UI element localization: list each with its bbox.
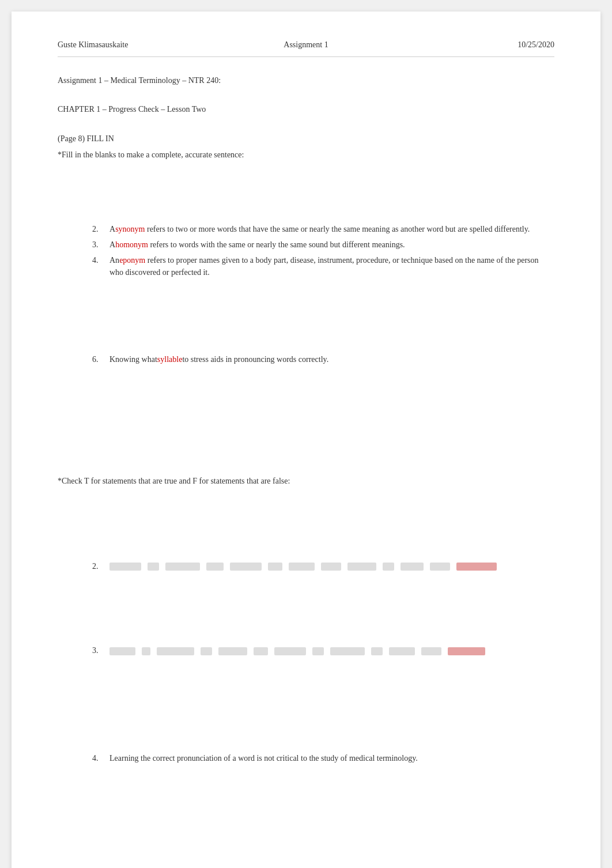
blurred-2-num: 2.	[92, 560, 109, 573]
blur-block	[289, 563, 315, 571]
blur-block	[206, 563, 224, 571]
blur-block	[201, 647, 212, 655]
item-4-num: 4.	[92, 254, 109, 278]
blur-block	[218, 647, 247, 655]
bottom-item-4-text: Learning the correct pronunciation of a …	[109, 752, 418, 764]
blurred-2-content	[109, 563, 500, 571]
item-2-num: 2.	[92, 223, 109, 235]
blur-block-red	[456, 563, 497, 571]
list-item-3: 3. Ahomonym refers to words with the sam…	[92, 239, 554, 251]
fill-in-instructions: *Fill in the blanks to make a complete, …	[58, 149, 554, 161]
item-3-num: 3.	[92, 239, 109, 251]
list-item-4: 4. Aneponym refers to proper names given…	[92, 254, 554, 278]
header-author: Guste Klimasauskaite	[58, 40, 223, 50]
fill-in-header: (Page 8) FILL IN	[58, 133, 554, 145]
item-3-text: Ahomonym refers to words with the same o…	[109, 239, 405, 251]
blur-block-red	[448, 647, 485, 655]
main-content: Assignment 1 – Medical Terminology – NTR…	[58, 74, 554, 764]
blur-block	[383, 563, 394, 571]
blur-block	[268, 563, 282, 571]
item-6-text: Knowing whatsyllableto stress aids in pr…	[109, 353, 328, 365]
item-4-text: Aneponym refers to proper names given to…	[109, 254, 554, 278]
item-2-text: Asynonym refers to two or more words tha…	[109, 223, 530, 235]
bottom-item-4-num: 4.	[92, 752, 109, 764]
blur-block	[312, 647, 324, 655]
blur-block	[142, 647, 150, 655]
assignment-title: Assignment 1 – Medical Terminology – NTR…	[58, 74, 554, 87]
blurred-3-content	[109, 647, 489, 655]
blur-block	[157, 647, 194, 655]
blurred-item-3: 3.	[92, 644, 554, 657]
blur-block	[401, 563, 424, 571]
check-instructions: *Check T for statements that are true an…	[58, 475, 554, 488]
bottom-item-4: 4. Learning the correct pronunciation of…	[92, 752, 554, 764]
blur-block	[330, 647, 365, 655]
page: Guste Klimasauskaite Assignment 1 10/25/…	[12, 12, 600, 868]
blurred-item-2: 2.	[92, 560, 554, 573]
list-item-6: 6. Knowing whatsyllableto stress aids in…	[92, 353, 554, 365]
blur-block	[165, 563, 200, 571]
blur-block	[230, 563, 262, 571]
blur-block	[148, 563, 159, 571]
blur-block	[389, 647, 415, 655]
fill-in-list-6: 6. Knowing whatsyllableto stress aids in…	[92, 353, 554, 365]
fill-in-list: 2. Asynonym refers to two or more words …	[92, 223, 554, 278]
blur-block	[254, 647, 268, 655]
header-date: 10/25/2020	[389, 40, 554, 50]
item-6-num: 6.	[92, 353, 109, 365]
blur-block	[321, 563, 341, 571]
blur-block	[109, 563, 141, 571]
header-assignment: Assignment 1	[223, 40, 388, 50]
blur-block	[421, 647, 441, 655]
bottom-list: 4. Learning the correct pronunciation of…	[92, 752, 554, 764]
page-header: Guste Klimasauskaite Assignment 1 10/25/…	[58, 40, 554, 57]
blurred-3-num: 3.	[92, 644, 109, 657]
blur-block	[371, 647, 383, 655]
chapter-title: CHAPTER 1 – Progress Check – Lesson Two	[58, 103, 554, 116]
list-item-2: 2. Asynonym refers to two or more words …	[92, 223, 554, 235]
blur-block	[347, 563, 376, 571]
blur-block	[430, 563, 450, 571]
blur-block	[109, 647, 135, 655]
blur-block	[274, 647, 306, 655]
